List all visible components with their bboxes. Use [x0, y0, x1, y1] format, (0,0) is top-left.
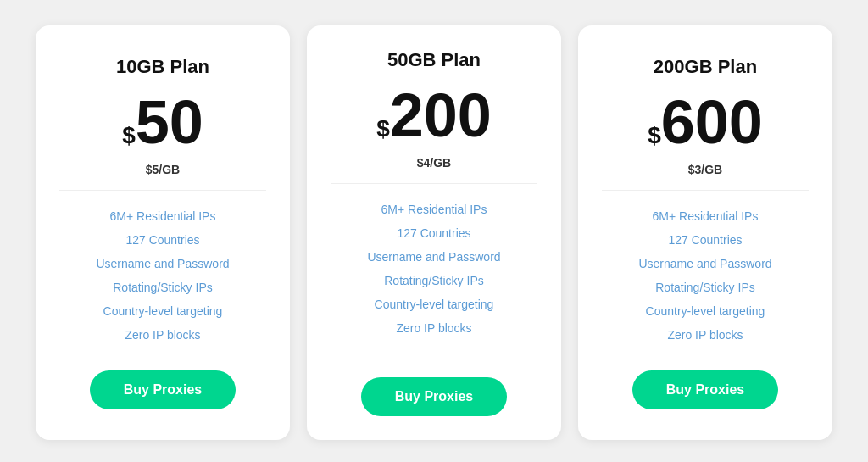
price-per-gb: $4/GB — [417, 156, 451, 170]
feature-item: Username and Password — [59, 252, 266, 276]
feature-item: Rotating/Sticky IPs — [331, 269, 537, 292]
feature-item: Zero IP blocks — [331, 316, 537, 340]
features-list: 6M+ Residential IPs127 CountriesUsername… — [602, 204, 809, 347]
features-list: 6M+ Residential IPs127 CountriesUsername… — [331, 198, 537, 353]
feature-item: Rotating/Sticky IPs — [602, 276, 809, 299]
pricing-section: 10GB Plan$50$5/GB6M+ Residential IPs127 … — [10, 0, 858, 462]
price-dollar-sign: $ — [648, 122, 661, 149]
feature-item: 127 Countries — [331, 221, 537, 245]
feature-item: Zero IP blocks — [59, 323, 266, 347]
plan-name: 200GB Plan — [654, 56, 757, 78]
price-per-gb: $3/GB — [688, 163, 722, 176]
features-list: 6M+ Residential IPs127 CountriesUsername… — [59, 204, 266, 347]
feature-item: Zero IP blocks — [602, 323, 809, 347]
price-per-gb: $5/GB — [146, 163, 180, 176]
price-amount: 200 — [390, 85, 492, 146]
pricing-card-10gb: 10GB Plan$50$5/GB6M+ Residential IPs127 … — [36, 25, 290, 440]
card-divider — [331, 183, 537, 184]
feature-item: Country-level targeting — [331, 292, 537, 316]
feature-item: Username and Password — [602, 252, 809, 276]
feature-item: Username and Password — [331, 245, 537, 269]
buy-proxies-button[interactable]: Buy Proxies — [90, 370, 236, 409]
pricing-card-50gb: 50GB Plan$200$4/GB6M+ Residential IPs127… — [307, 25, 561, 440]
price-amount: 50 — [136, 92, 203, 153]
feature-item: Country-level targeting — [602, 299, 809, 323]
pricing-card-200gb: 200GB Plan$600$3/GB6M+ Residential IPs12… — [578, 25, 832, 440]
card-divider — [59, 190, 266, 191]
feature-item: 127 Countries — [602, 228, 809, 252]
price-amount: 600 — [661, 92, 763, 153]
price-dollar-sign: $ — [376, 115, 390, 142]
price-display: $50 — [122, 92, 203, 153]
plan-name: 10GB Plan — [116, 56, 209, 78]
price-display: $600 — [648, 92, 763, 153]
price-display: $200 — [376, 85, 492, 146]
feature-item: 6M+ Residential IPs — [59, 204, 266, 228]
feature-item: 127 Countries — [59, 228, 266, 252]
feature-item: Country-level targeting — [59, 299, 266, 323]
plan-name: 50GB Plan — [387, 49, 481, 71]
buy-proxies-button[interactable]: Buy Proxies — [361, 377, 507, 416]
feature-item: 6M+ Residential IPs — [331, 198, 537, 221]
buy-proxies-button[interactable]: Buy Proxies — [632, 370, 778, 409]
feature-item: Rotating/Sticky IPs — [59, 276, 266, 299]
price-dollar-sign: $ — [122, 122, 136, 149]
card-divider — [602, 190, 809, 191]
feature-item: 6M+ Residential IPs — [602, 204, 809, 228]
